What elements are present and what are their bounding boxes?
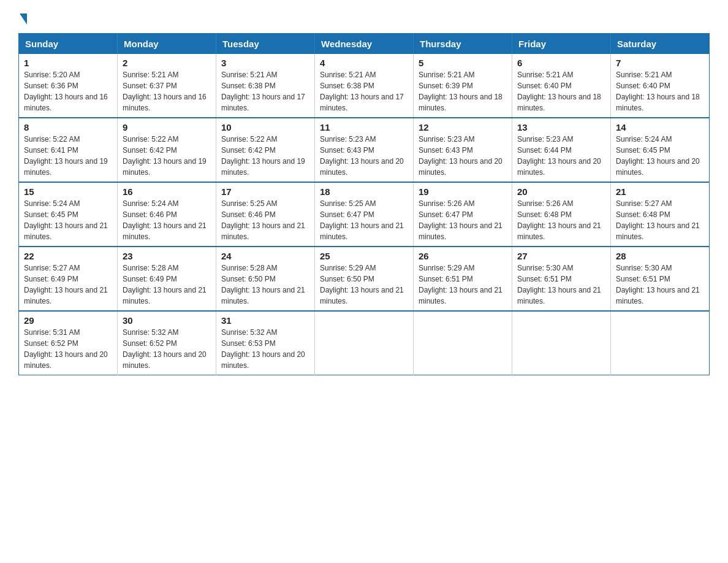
calendar-day-cell [414,311,512,375]
calendar-week-row: 8 Sunrise: 5:22 AMSunset: 6:41 PMDayligh… [19,118,710,182]
day-number: 31 [221,315,309,326]
calendar-day-cell: 31 Sunrise: 5:32 AMSunset: 6:53 PMDaylig… [216,311,315,375]
page-header [18,12,710,22]
calendar-day-cell: 18 Sunrise: 5:25 AMSunset: 6:47 PMDaylig… [315,182,414,247]
day-number: 11 [320,122,408,132]
calendar-day-cell: 11 Sunrise: 5:23 AMSunset: 6:43 PMDaylig… [315,118,414,182]
calendar-day-cell: 4 Sunrise: 5:21 AMSunset: 6:38 PMDayligh… [315,54,414,118]
calendar-day-cell: 10 Sunrise: 5:22 AMSunset: 6:42 PMDaylig… [216,118,315,182]
day-number: 10 [221,122,309,132]
day-info: Sunrise: 5:29 AMSunset: 6:50 PMDaylight:… [320,264,404,305]
calendar-day-cell: 19 Sunrise: 5:26 AMSunset: 6:47 PMDaylig… [414,182,512,247]
calendar-day-cell [512,311,611,375]
day-number: 2 [123,58,211,68]
day-info: Sunrise: 5:29 AMSunset: 6:51 PMDaylight:… [419,264,502,305]
day-info: Sunrise: 5:22 AMSunset: 6:42 PMDaylight:… [221,135,305,177]
day-of-week-header: Thursday [414,34,512,55]
day-number: 25 [320,251,408,261]
day-number: 29 [24,315,112,326]
day-info: Sunrise: 5:23 AMSunset: 6:44 PMDaylight:… [517,135,601,177]
calendar-day-cell: 7 Sunrise: 5:21 AMSunset: 6:40 PMDayligh… [611,54,710,118]
day-number: 30 [123,315,211,326]
day-info: Sunrise: 5:30 AMSunset: 6:51 PMDaylight:… [616,264,700,305]
day-info: Sunrise: 5:30 AMSunset: 6:51 PMDaylight:… [517,264,601,305]
day-of-week-header: Tuesday [216,34,315,55]
calendar-day-cell: 2 Sunrise: 5:21 AMSunset: 6:37 PMDayligh… [118,54,216,118]
day-number: 17 [221,186,309,197]
day-number: 20 [517,186,605,197]
day-info: Sunrise: 5:22 AMSunset: 6:42 PMDaylight:… [123,135,207,177]
calendar-day-cell: 1 Sunrise: 5:20 AMSunset: 6:36 PMDayligh… [19,54,118,118]
calendar-week-row: 1 Sunrise: 5:20 AMSunset: 6:36 PMDayligh… [19,54,710,118]
day-number: 9 [123,122,211,132]
day-number: 5 [419,58,507,68]
calendar-week-row: 29 Sunrise: 5:31 AMSunset: 6:52 PMDaylig… [19,311,710,375]
day-of-week-header: Sunday [19,34,118,55]
calendar-week-row: 15 Sunrise: 5:24 AMSunset: 6:45 PMDaylig… [19,182,710,247]
day-info: Sunrise: 5:21 AMSunset: 6:37 PMDaylight:… [123,71,207,112]
day-number: 12 [419,122,507,132]
calendar-day-cell: 16 Sunrise: 5:24 AMSunset: 6:46 PMDaylig… [118,182,216,247]
day-number: 28 [616,251,704,261]
day-info: Sunrise: 5:21 AMSunset: 6:39 PMDaylight:… [419,71,502,112]
day-info: Sunrise: 5:32 AMSunset: 6:53 PMDaylight:… [221,328,305,370]
calendar-day-cell: 15 Sunrise: 5:24 AMSunset: 6:45 PMDaylig… [19,182,118,247]
day-number: 16 [123,186,211,197]
day-number: 19 [419,186,507,197]
calendar-day-cell: 27 Sunrise: 5:30 AMSunset: 6:51 PMDaylig… [512,247,611,311]
day-info: Sunrise: 5:23 AMSunset: 6:43 PMDaylight:… [419,135,502,177]
calendar-day-cell: 26 Sunrise: 5:29 AMSunset: 6:51 PMDaylig… [414,247,512,311]
calendar-table: SundayMondayTuesdayWednesdayThursdayFrid… [18,33,710,375]
day-of-week-header: Friday [512,34,611,55]
day-number: 18 [320,186,408,197]
day-info: Sunrise: 5:20 AMSunset: 6:36 PMDaylight:… [24,71,108,112]
day-number: 7 [616,58,704,68]
calendar-day-cell: 23 Sunrise: 5:28 AMSunset: 6:49 PMDaylig… [118,247,216,311]
day-number: 3 [221,58,309,68]
calendar-day-cell: 22 Sunrise: 5:27 AMSunset: 6:49 PMDaylig… [19,247,118,311]
calendar-day-cell: 14 Sunrise: 5:24 AMSunset: 6:45 PMDaylig… [611,118,710,182]
day-info: Sunrise: 5:23 AMSunset: 6:43 PMDaylight:… [320,135,404,177]
day-info: Sunrise: 5:24 AMSunset: 6:45 PMDaylight:… [616,135,700,177]
day-info: Sunrise: 5:22 AMSunset: 6:41 PMDaylight:… [24,135,108,177]
calendar-day-cell: 9 Sunrise: 5:22 AMSunset: 6:42 PMDayligh… [118,118,216,182]
day-info: Sunrise: 5:28 AMSunset: 6:49 PMDaylight:… [123,264,207,305]
calendar-day-cell: 20 Sunrise: 5:26 AMSunset: 6:48 PMDaylig… [512,182,611,247]
calendar-day-cell: 30 Sunrise: 5:32 AMSunset: 6:52 PMDaylig… [118,311,216,375]
calendar-day-cell [611,311,710,375]
day-info: Sunrise: 5:27 AMSunset: 6:48 PMDaylight:… [616,199,700,241]
day-info: Sunrise: 5:26 AMSunset: 6:48 PMDaylight:… [517,199,601,241]
day-info: Sunrise: 5:27 AMSunset: 6:49 PMDaylight:… [24,264,108,305]
day-info: Sunrise: 5:21 AMSunset: 6:40 PMDaylight:… [616,71,700,112]
day-info: Sunrise: 5:28 AMSunset: 6:50 PMDaylight:… [221,264,305,305]
day-info: Sunrise: 5:21 AMSunset: 6:38 PMDaylight:… [320,71,404,112]
calendar-day-cell: 6 Sunrise: 5:21 AMSunset: 6:40 PMDayligh… [512,54,611,118]
day-of-week-header: Saturday [611,34,710,55]
logo [18,12,27,22]
calendar-day-cell: 29 Sunrise: 5:31 AMSunset: 6:52 PMDaylig… [19,311,118,375]
calendar-day-cell: 24 Sunrise: 5:28 AMSunset: 6:50 PMDaylig… [216,247,315,311]
day-info: Sunrise: 5:25 AMSunset: 6:47 PMDaylight:… [320,199,404,241]
calendar-day-cell: 17 Sunrise: 5:25 AMSunset: 6:46 PMDaylig… [216,182,315,247]
day-number: 26 [419,251,507,261]
day-number: 4 [320,58,408,68]
day-info: Sunrise: 5:25 AMSunset: 6:46 PMDaylight:… [221,199,305,241]
day-of-week-header: Wednesday [315,34,414,55]
day-info: Sunrise: 5:32 AMSunset: 6:52 PMDaylight:… [123,328,207,370]
calendar-day-cell [315,311,414,375]
day-number: 13 [517,122,605,132]
day-info: Sunrise: 5:24 AMSunset: 6:45 PMDaylight:… [24,199,108,241]
day-info: Sunrise: 5:26 AMSunset: 6:47 PMDaylight:… [419,199,502,241]
day-number: 15 [24,186,112,197]
day-number: 8 [24,122,112,132]
day-number: 21 [616,186,704,197]
calendar-day-cell: 28 Sunrise: 5:30 AMSunset: 6:51 PMDaylig… [611,247,710,311]
day-number: 24 [221,251,309,261]
day-number: 6 [517,58,605,68]
day-number: 1 [24,58,112,68]
calendar-day-cell: 21 Sunrise: 5:27 AMSunset: 6:48 PMDaylig… [611,182,710,247]
calendar-day-cell: 8 Sunrise: 5:22 AMSunset: 6:41 PMDayligh… [19,118,118,182]
day-info: Sunrise: 5:21 AMSunset: 6:38 PMDaylight:… [221,71,305,112]
calendar-day-cell: 12 Sunrise: 5:23 AMSunset: 6:43 PMDaylig… [414,118,512,182]
calendar-header-row: SundayMondayTuesdayWednesdayThursdayFrid… [19,34,710,55]
